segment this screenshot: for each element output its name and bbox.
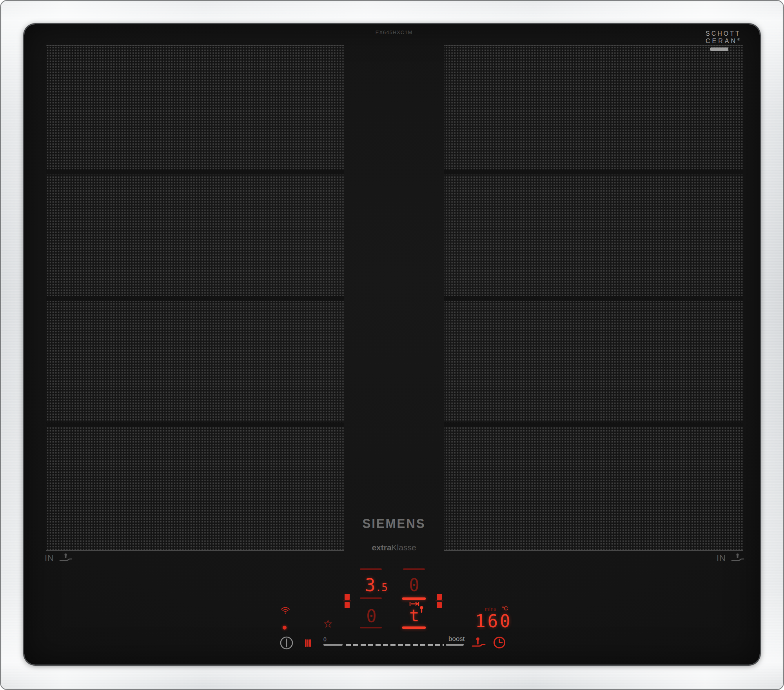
zone-segment-divider	[46, 422, 344, 427]
zone-segment-divider	[444, 170, 743, 175]
thermometer-icon	[419, 606, 424, 614]
level-bar-bottom-right	[402, 626, 426, 629]
left-zone-lower-display: 0	[366, 608, 377, 625]
star-icon[interactable]: ☆	[323, 619, 333, 630]
induction-marker-right: IN	[717, 552, 745, 564]
cooktop: EX645HXC1M SCHOTT CERAN® SIEMENS extraKl…	[0, 0, 784, 690]
model-number: EX645HXC1M	[368, 29, 419, 35]
schott-ceran-logo: SCHOTT CERAN®	[706, 30, 749, 45]
level-bar-top-right	[403, 568, 425, 570]
zone-segment-divider	[444, 422, 743, 427]
slider-end-segment[interactable]	[446, 644, 464, 646]
series-label: extraKlasse	[345, 543, 443, 552]
right-zone-upper-display: 0	[409, 577, 419, 594]
level-bar-mid-right	[402, 597, 426, 600]
temp-unit-label: °C	[502, 605, 508, 612]
cooking-zone-left	[46, 45, 344, 551]
zone-segment-divider	[46, 170, 344, 175]
level-bar-top-left	[360, 568, 382, 570]
level-bar-bottom-left	[360, 627, 382, 628]
schott-underline-bar	[710, 47, 728, 51]
level-bar-mid-left	[360, 597, 382, 599]
siemens-logo: SIEMENS	[347, 516, 441, 531]
flex-zone-icon[interactable]	[436, 594, 443, 609]
power-icon[interactable]	[279, 636, 294, 650]
status-dot	[283, 626, 287, 630]
induction-marker-left: IN	[45, 552, 73, 564]
pan-sensor-icon	[59, 552, 73, 564]
slider-start-segment[interactable]	[323, 644, 343, 646]
left-zone-level-display: 3.5	[365, 577, 388, 594]
pan-sensor-icon	[731, 552, 745, 564]
frying-sensor-icon[interactable]	[471, 636, 486, 649]
flex-zone-icon[interactable]	[343, 594, 351, 609]
zone-segment-divider	[46, 296, 344, 301]
pause-icon[interactable]	[305, 639, 311, 647]
slider-min-label: 0	[323, 636, 327, 643]
right-zone-function-display: t	[409, 608, 419, 624]
slider-track[interactable]	[346, 644, 444, 646]
cooking-zone-right	[444, 45, 743, 551]
wifi-icon	[281, 606, 290, 614]
zone-segment-divider	[444, 296, 743, 301]
timer-clock-icon[interactable]	[493, 636, 506, 649]
boost-label[interactable]: boost	[448, 635, 465, 643]
registered-mark: ®	[737, 38, 740, 42]
temperature-display: 160	[475, 613, 512, 630]
